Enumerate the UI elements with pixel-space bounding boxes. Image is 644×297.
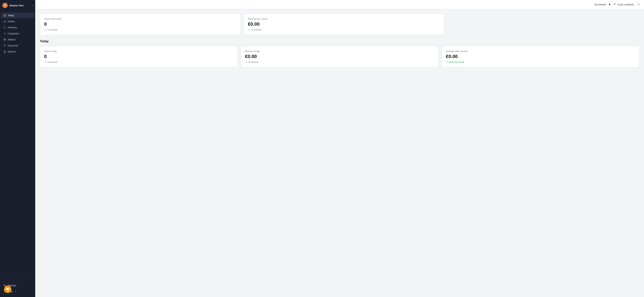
user-menu[interactable]: Lucas Lambooij [614, 3, 634, 6]
card-title: Revenue this month [248, 17, 440, 20]
chevron-down-icon: ▾ [32, 4, 33, 6]
card-title: Orders today [44, 50, 233, 52]
today-section-title: Today [40, 39, 639, 43]
trend-up-icon: ↗ [44, 61, 46, 63]
orders-today-card: Orders today 0 ↗ -% increase [40, 46, 238, 67]
card-footer: ↗ €0.00 This month [446, 61, 635, 63]
list-icon [3, 32, 6, 35]
orders-this-month-card: Orders this month 0 ↗ -% increase [40, 14, 240, 35]
sidebar-item-label: Today [8, 14, 14, 17]
trend-up-icon: ↗ [446, 61, 448, 63]
card-value: €0.00 [248, 21, 440, 27]
main-area: Get started ♦ Lucas Lambooij Orders this… [35, 0, 644, 297]
trend-up-icon: ↗ [248, 28, 250, 31]
topbar: Get started ♦ Lucas Lambooij [35, 0, 644, 9]
chat-bubble[interactable] [4, 286, 12, 293]
card-footer-text: €0.00 This month [448, 61, 464, 63]
sidebar-item-products[interactable]: Products [1, 25, 34, 30]
card-footer: ↗ -% increase [245, 61, 434, 63]
avatar: O [2, 3, 8, 8]
receipt-icon [3, 20, 6, 23]
logout-icon[interactable] [637, 3, 640, 6]
sidebar-item-label: Addons [8, 38, 16, 41]
card-footer: ↗ -% increase [248, 28, 440, 31]
card-title: Revenue today [245, 50, 434, 52]
month-cards-row: Orders this month 0 ↗ -% increase Revenu… [40, 14, 639, 35]
card-value: 0 [44, 54, 233, 59]
sidebar-item-addons[interactable]: Addons [1, 37, 34, 42]
gift-icon [3, 38, 6, 41]
sidebar: O Onesix Test ▾ Today Orders Products [0, 0, 35, 297]
trend-up-icon: ↗ [245, 61, 247, 63]
external-link-icon: ↗ [14, 291, 16, 293]
card-value: €0.00 [245, 54, 434, 59]
gem-icon[interactable]: ♦ [609, 3, 610, 6]
avg-order-amount-card: Average order amount €0.00 ↗ €0.00 This … [442, 46, 639, 67]
sidebar-item-categories[interactable]: Categories [1, 31, 34, 36]
sidebar-item-reports[interactable]: Reports [1, 49, 34, 54]
sidebar-nav: Today Orders Products Categories Addons [0, 11, 35, 278]
sidebar-item-label: Orders [8, 20, 15, 23]
today-cards-row: Orders today 0 ↗ -% increase Revenue tod… [40, 46, 639, 67]
card-footer-text: -% increase [248, 61, 258, 63]
user-icon [614, 3, 616, 6]
svg-point-18 [614, 3, 615, 4]
card-footer-text: -% increase [47, 29, 57, 31]
sidebar-item-label: Discounts [8, 44, 18, 47]
card-title: Average order amount [446, 50, 635, 52]
file-icon [3, 50, 6, 53]
sidebar-item-discounts[interactable]: Discounts [1, 43, 34, 48]
sidebar-header[interactable]: O Onesix Test ▾ [0, 0, 35, 11]
sidebar-item-today[interactable]: Today [1, 12, 34, 18]
trend-up-icon: ↗ [44, 28, 46, 31]
card-value: €0.00 [446, 54, 635, 59]
user-name: Lucas Lambooij [617, 3, 634, 6]
card-title: Orders this month [44, 17, 236, 20]
card-footer: ↗ -% increase [44, 61, 233, 63]
revenue-today-card: Revenue today €0.00 ↗ -% increase [241, 46, 438, 67]
card-value: 0 [44, 21, 236, 27]
svg-point-15 [4, 285, 5, 286]
get-started-button[interactable]: Get started [594, 3, 606, 6]
card-footer-text: -% increase [250, 29, 261, 31]
svg-rect-0 [4, 14, 6, 16]
calendar-icon [3, 14, 6, 17]
tag-icon [3, 26, 6, 29]
revenue-this-month-card: Revenue this month €0.00 ↗ -% increase [244, 14, 444, 35]
discount-icon [3, 44, 6, 47]
sidebar-item-label: Products [8, 26, 17, 29]
brand-name: Onesix Test [10, 4, 24, 7]
card-footer-text: -% increase [47, 61, 57, 63]
sidebar-item-orders[interactable]: Orders [1, 18, 34, 24]
card-footer: ↗ -% increase [44, 28, 236, 31]
sidebar-item-label: Reports [8, 50, 16, 53]
sidebar-item-label: Categories [8, 32, 19, 35]
content-area: Orders this month 0 ↗ -% increase Revenu… [35, 9, 644, 297]
